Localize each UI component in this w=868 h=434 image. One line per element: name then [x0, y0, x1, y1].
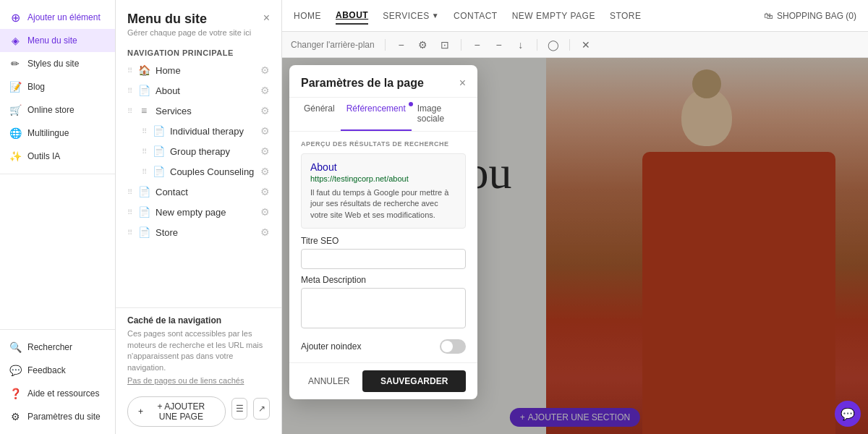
toolbar-copy[interactable]: ⊡	[436, 36, 454, 54]
shopping-bag[interactable]: 🛍 SHOPPING BAG (0)	[764, 11, 856, 21]
add-page-button[interactable]: + + AJOUTER UNE PAGE	[127, 396, 226, 427]
nav-item[interactable]: ⠿ 🏠 Home ⚙	[116, 60, 281, 80]
page-icon: 📄	[138, 186, 150, 197]
sidebar-item-feedback[interactable]: 💬 Feedback	[0, 359, 115, 382]
page-icon: 📄	[153, 166, 164, 177]
meta-desc-label: Meta Description	[301, 275, 466, 285]
sidebar-item-online-store[interactable]: 🛒 Online store	[0, 98, 115, 122]
search-icon: 🔍	[9, 341, 22, 354]
footer-actions: + + AJOUTER UNE PAGE ☰ ↗	[127, 391, 270, 427]
panel-footer: Caché de la navigation Ces pages sont ac…	[116, 307, 281, 434]
sidebar-item-menu-du-site[interactable]: ◈ Menu du site	[0, 29, 115, 52]
sidebar-item-aide[interactable]: ❓ Aide et ressources	[0, 382, 115, 405]
page-icon: 📄	[138, 85, 150, 96]
page-name: Contact	[156, 187, 255, 197]
nav-settings-icon[interactable]: ⚙	[260, 105, 270, 116]
sidebar-item-rechercher[interactable]: 🔍 Rechercher	[0, 336, 115, 359]
preview-desc: Il faut du temps à Google pour mettre à …	[310, 187, 456, 221]
drag-handle: ⠿	[127, 107, 132, 115]
tab-image-sociale[interactable]: Image sociale	[412, 98, 469, 131]
hidden-section-link[interactable]: Pas de pages ou de liens cachés	[127, 376, 270, 385]
nav-item[interactable]: ⠿ 📄 Store ⚙	[116, 222, 281, 242]
nav-settings-icon[interactable]: ⚙	[260, 206, 270, 218]
toolbar-down[interactable]: ↓	[512, 36, 529, 54]
seo-title-label: Titre SEO	[301, 236, 466, 246]
ai-icon: ✨	[9, 150, 22, 163]
sidebar-item-add-element[interactable]: ⊕ Ajouter un élément	[0, 6, 115, 29]
tab-referencement[interactable]: Référencement	[341, 98, 412, 131]
modal-header: Paramètres de la page ×	[289, 65, 477, 98]
nav-store[interactable]: STORE	[610, 8, 642, 24]
nav-home[interactable]: HOME	[294, 8, 321, 24]
page-name: Home	[156, 65, 255, 76]
sidebar-item-multilingue[interactable]: 🌐 Multilingue	[0, 122, 115, 145]
sidebar-item-parametres[interactable]: ⚙ Paramètres du site	[0, 405, 115, 428]
noindex-row: Ajouter noindex	[301, 339, 466, 354]
share-button[interactable]: ↗	[253, 398, 270, 420]
nav-item[interactable]: ⠿ 📄 Contact ⚙	[116, 182, 281, 202]
hidden-section-desc: Ces pages sont accessibles par les moteu…	[127, 328, 270, 373]
nav-services[interactable]: SERVICES ▼	[383, 8, 439, 24]
nav-item[interactable]: ⠿ 📄 Group therapy ⚙	[116, 141, 281, 161]
store-icon: 🛒	[9, 103, 22, 116]
noindex-label: Ajouter noindex	[301, 341, 361, 352]
panel-header: Menu du site Gérer chaque page de votre …	[116, 0, 281, 43]
modal-close-button[interactable]: ×	[459, 77, 466, 90]
save-button[interactable]: SAUVEGARDER	[362, 370, 466, 392]
settings-icon: ⚙	[9, 410, 22, 423]
nav-settings-icon[interactable]: ⚙	[260, 145, 270, 157]
drag-handle: ⠿	[142, 127, 147, 135]
nav-settings-icon[interactable]: ⚙	[260, 186, 270, 197]
top-nav: HOME ABOUT SERVICES ▼ CONTACT NEW EMPTY …	[282, 0, 868, 32]
canvas: ABOUT ME meet you +	[282, 58, 868, 434]
nav-new-empty[interactable]: NEW EMPTY PAGE	[512, 8, 595, 24]
page-name: Group therapy	[170, 146, 255, 157]
nav-settings-icon[interactable]: ⚙	[260, 64, 270, 76]
nav-about[interactable]: ABOUT	[336, 7, 368, 25]
toolbar-minus2[interactable]: −	[469, 36, 486, 54]
nav-settings-icon[interactable]: ⚙	[260, 125, 270, 137]
tab-general[interactable]: Général	[298, 98, 341, 131]
preview-title: About	[310, 161, 456, 173]
drag-handle: ⠿	[127, 208, 132, 216]
toolbar-delete[interactable]: ✕	[577, 36, 595, 54]
nav-item[interactable]: ⠿ 📄 Couples Counseling ⚙	[116, 161, 281, 182]
site-menu-panel: Menu du site Gérer chaque page de votre …	[116, 0, 282, 434]
sidebar-item-styles[interactable]: ✏ Styles du site	[0, 52, 115, 75]
page-name: About	[156, 85, 255, 96]
nav-section-title: Navigation principale	[116, 43, 281, 60]
meta-desc-textarea[interactable]	[301, 288, 466, 328]
nav-items-list: ⠿ 🏠 Home ⚙ ⠿ 📄 About ⚙ ⠿ ≡ Services ⚙ ⠿ …	[116, 60, 281, 307]
panel-close-button[interactable]: ×	[263, 12, 270, 25]
nav-settings-icon[interactable]: ⚙	[260, 226, 270, 238]
noindex-toggle[interactable]	[440, 339, 466, 354]
panel-subtitle: Gérer chaque page de votre site ici	[127, 28, 251, 37]
nav-settings-icon[interactable]: ⚙	[260, 85, 270, 96]
menu-icon: ◈	[9, 34, 22, 47]
cancel-button[interactable]: ANNULER	[301, 372, 357, 391]
chat-icon: 💬	[841, 407, 855, 421]
chat-bubble-button[interactable]: 💬	[835, 401, 861, 427]
nav-item[interactable]: ⠿ 📄 New empty page ⚙	[116, 202, 281, 222]
page-settings-modal: Paramètres de la page × Général Référenc…	[289, 65, 477, 399]
modal-overlay: Paramètres de la page × Général Référenc…	[282, 58, 868, 434]
nav-item[interactable]: ⠿ 📄 Individual therapy ⚙	[116, 121, 281, 141]
nav-settings-icon[interactable]: ⚙	[260, 166, 270, 177]
seo-title-input[interactable]	[301, 249, 466, 269]
sidebar-item-blog[interactable]: 📝 Blog	[0, 75, 115, 98]
toolbar-eye[interactable]: ◯	[545, 36, 562, 54]
toolbar-minus3[interactable]: −	[490, 36, 508, 54]
nav-contact[interactable]: CONTACT	[454, 8, 498, 24]
drag-handle: ⠿	[142, 148, 147, 156]
blog-icon: 📝	[9, 80, 22, 93]
styles-icon: ✏	[9, 57, 22, 70]
nav-item[interactable]: ⠿ ≡ Services ⚙	[116, 101, 281, 121]
drag-handle: ⠿	[127, 87, 132, 95]
search-preview: About https://testingcorp.net/about Il f…	[301, 153, 466, 229]
toolbar-minus[interactable]: −	[393, 36, 410, 54]
sidebar-item-outils-ia[interactable]: ✨ Outils IA	[0, 145, 115, 168]
reorder-button[interactable]: ☰	[231, 398, 248, 420]
drag-handle: ⠿	[127, 229, 132, 237]
toolbar-settings[interactable]: ⚙	[414, 36, 432, 54]
nav-item[interactable]: ⠿ 📄 About ⚙	[116, 80, 281, 101]
